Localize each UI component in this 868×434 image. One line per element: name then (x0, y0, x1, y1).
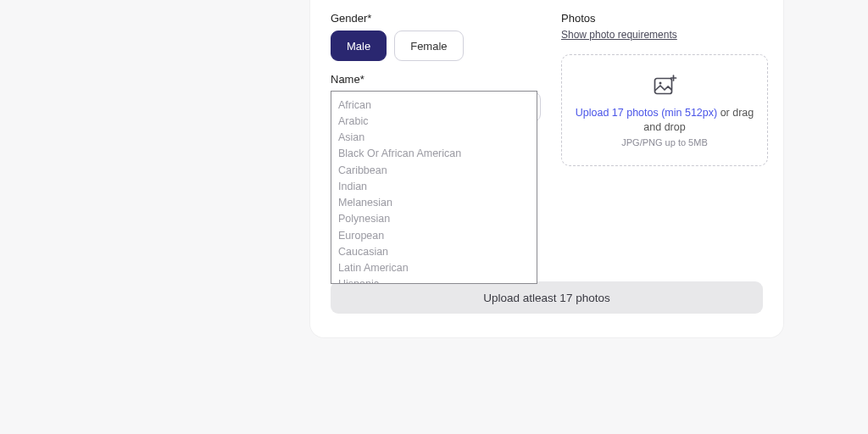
ethnicity-option[interactable]: European (331, 227, 537, 243)
photo-requirements-link[interactable]: Show photo requirements (561, 29, 677, 41)
svg-rect-0 (655, 79, 672, 94)
ethnicity-option[interactable]: Black Or African American (331, 146, 537, 162)
ethnicity-option[interactable]: Caucasian (331, 243, 537, 259)
ethnicity-option[interactable]: African (331, 97, 537, 113)
gender-female-button[interactable]: Female (394, 31, 463, 61)
gender-male-button[interactable]: Male (331, 31, 387, 61)
ethnicity-dropdown[interactable]: AfricanArabicAsianBlack Or African Ameri… (331, 91, 537, 284)
gender-label: Gender* (331, 12, 541, 25)
ethnicity-option[interactable]: Caribbean (331, 162, 537, 178)
ethnicity-option[interactable]: Arabic (331, 113, 537, 129)
photos-label: Photos (561, 12, 768, 25)
right-column: Photos Show photo requirements Upload 17… (561, 12, 768, 166)
ethnicity-option[interactable]: Hispanic (331, 276, 537, 284)
dropzone-formats: JPG/PNG up to 5MB (621, 137, 707, 147)
name-label: Name* (331, 73, 541, 86)
ethnicity-option[interactable]: Melanesian (331, 195, 537, 211)
ethnicity-option[interactable]: Indian (331, 178, 537, 194)
ethnicity-option[interactable]: Latin American (331, 260, 537, 276)
svg-point-1 (659, 82, 662, 85)
dropzone-text: Upload 17 photos (min 512px) or drag and… (570, 106, 759, 135)
photo-dropzone[interactable]: Upload 17 photos (min 512px) or drag and… (561, 54, 768, 166)
ethnicity-option[interactable]: Asian (331, 130, 537, 146)
gender-button-group: Male Female (331, 31, 541, 61)
upload-link[interactable]: Upload 17 photos (min 512px) (576, 107, 717, 119)
upload-cta-button[interactable]: Upload atleast 17 photos (331, 281, 763, 314)
ethnicity-option[interactable]: Polynesian (331, 211, 537, 227)
image-upload-icon (652, 73, 677, 98)
